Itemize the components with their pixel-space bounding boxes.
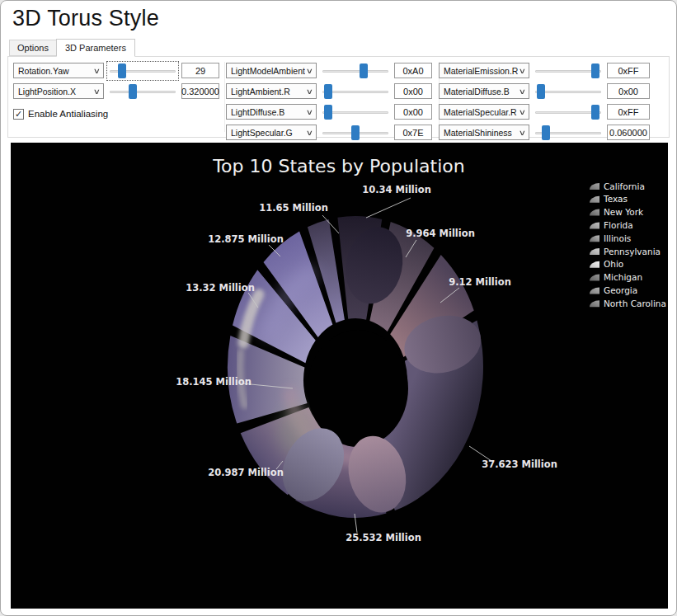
slider-track[interactable] [535, 91, 601, 93]
torus-chart-canvas[interactable]: Top 10 States by Population37.623 Millio… [11, 143, 668, 609]
param-select-materialdiffuse-b[interactable]: MaterialDiffuse.B ∨ [439, 83, 529, 99]
materialemission-r-slider[interactable] [534, 63, 603, 79]
chart-title: Top 10 States by Population [212, 156, 464, 176]
control-row: LightDiffuse.B ∨ 0x00 [226, 104, 432, 120]
control-column-1: Rotation.Yaw ∨ 29 LightPosition.X ∨ [13, 63, 219, 121]
control-row: LightModelAmbient.R ∨ 0xA0 [226, 63, 432, 78]
param-select-materialemission-r[interactable]: MaterialEmission.R ∨ [439, 63, 529, 78]
legend-item-georgia[interactable]: Georgia [590, 285, 637, 295]
materialshininess-slider[interactable] [534, 125, 603, 141]
legend-wedge-icon [590, 248, 599, 255]
param-select-label: MaterialSpecular.R [444, 107, 518, 117]
leader-line [366, 198, 411, 218]
lightspecular-g-value-field[interactable]: 0x7E [394, 125, 432, 140]
legend-item-north-carolina[interactable]: North Carolina [590, 299, 666, 308]
legend-wedge-icon [590, 196, 599, 203]
light-position-x-slider[interactable] [108, 83, 177, 100]
lightmodelambient-r-slider[interactable] [321, 63, 390, 79]
lightdiffuse-b-value-field[interactable]: 0x00 [394, 104, 432, 120]
slider-track[interactable] [322, 70, 388, 73]
enable-antialiasing-checkbox[interactable]: ✓ [13, 109, 24, 120]
slider-thumb[interactable] [591, 63, 599, 78]
materialspecular-r-slider[interactable] [534, 104, 603, 120]
enable-antialiasing-label: Enable Antialiasing [28, 109, 108, 119]
slider-thumb[interactable] [351, 125, 360, 140]
slider-thumb[interactable] [118, 63, 126, 78]
slider-thumb[interactable] [324, 105, 332, 120]
param-select-rotation-yaw[interactable]: Rotation.Yaw ∨ [13, 63, 104, 78]
slice-label: 10.34 Million [362, 184, 431, 195]
legend-wedge-icon [590, 275, 599, 281]
chevron-down-icon: ∨ [306, 108, 313, 116]
legend-item-illinois[interactable]: Illinois [590, 233, 631, 243]
param-select-label: LightPosition.X [18, 87, 92, 96]
lightambient-r-slider[interactable] [321, 83, 390, 100]
param-select-label: LightAmbient.R [231, 87, 305, 96]
legend-item-florida[interactable]: Florida [590, 220, 633, 230]
control-row: MaterialShininess ∨ 0.060000 [439, 125, 664, 140]
chevron-down-icon: ∨ [519, 108, 526, 116]
slider-thumb[interactable] [360, 63, 368, 78]
lightambient-r-value-field[interactable]: 0x00 [394, 83, 432, 99]
light-position-x-value-field[interactable]: 0.320000 [181, 83, 219, 99]
slider-thumb[interactable] [542, 125, 550, 140]
tab-3d-parameters[interactable]: 3D Parameters [56, 39, 135, 57]
legend-label: Texas [603, 194, 628, 204]
materialdiffuse-b-value-field[interactable]: 0x00 [607, 83, 650, 99]
param-select-lightspecular-g[interactable]: LightSpecular.G ∨ [226, 125, 317, 140]
chevron-down-icon: ∨ [306, 129, 313, 137]
slice-label: 12.875 Million [208, 233, 284, 245]
param-select-lightambient-r[interactable]: LightAmbient.R ∨ [226, 83, 317, 99]
param-select-label: LightDiffuse.B [231, 107, 305, 117]
legend-item-texas[interactable]: Texas [590, 194, 628, 204]
slice-label: 11.65 Million [259, 202, 328, 214]
legend-label: Georgia [604, 285, 637, 295]
slice-label: 9.964 Million [406, 228, 475, 239]
param-select-lightmodelambient-r[interactable]: LightModelAmbient.R ∨ [226, 63, 317, 78]
control-row: MaterialEmission.R ∨ 0xFF [439, 63, 664, 78]
legend-item-new-york[interactable]: New York [590, 207, 644, 217]
slider-thumb[interactable] [591, 105, 599, 120]
param-select-label: LightModelAmbient.R [231, 66, 305, 76]
rotation-yaw-slider[interactable] [108, 63, 177, 79]
chevron-down-icon: ∨ [519, 129, 526, 137]
slider-thumb[interactable] [129, 84, 137, 99]
materialshininess-value-field[interactable]: 0.060000 [607, 125, 650, 140]
legend-item-michigan[interactable]: Michigan [590, 272, 642, 282]
lightdiffuse-b-slider[interactable] [321, 104, 390, 120]
legend-wedge-icon [590, 183, 599, 190]
control-row: LightPosition.X ∨ 0.320000 [13, 83, 219, 99]
control-row: MaterialSpecular.R ∨ 0xFF [439, 104, 664, 120]
rotation-yaw-value-field[interactable]: 29 [181, 63, 219, 78]
materialspecular-r-value-field[interactable]: 0xFF [607, 104, 650, 120]
legend-wedge-icon [590, 222, 599, 228]
param-select-lightdiffuse-b[interactable]: LightDiffuse.B ∨ [226, 104, 317, 120]
legend-label: Michigan [604, 272, 642, 282]
legend-wedge-icon [590, 261, 599, 268]
slice-label: 9.12 Million [449, 276, 511, 288]
control-row: LightSpecular.G ∨ 0x7E [226, 125, 432, 140]
antialias-row: ✓ Enable Antialiasing [13, 106, 219, 121]
slider-thumb[interactable] [324, 84, 332, 99]
slider-track[interactable] [110, 91, 176, 93]
legend-label: North Carolina [604, 299, 666, 308]
slider-track[interactable] [322, 91, 388, 93]
slider-thumb[interactable] [537, 84, 545, 99]
materialemission-r-value-field[interactable]: 0xFF [607, 63, 650, 78]
control-row: MaterialDiffuse.B ∨ 0x00 [439, 83, 664, 99]
legend-item-california[interactable]: California [590, 181, 645, 191]
param-select-light-position-x[interactable]: LightPosition.X ∨ [13, 83, 104, 99]
param-select-materialspecular-r[interactable]: MaterialSpecular.R ∨ [439, 104, 529, 120]
tab-options[interactable]: Options [9, 40, 57, 56]
chevron-down-icon: ∨ [519, 67, 526, 75]
lightspecular-g-slider[interactable] [321, 125, 390, 141]
legend-item-ohio[interactable]: Ohio [590, 259, 623, 269]
materialdiffuse-b-slider[interactable] [534, 83, 603, 100]
legend-wedge-icon [590, 300, 599, 307]
chevron-down-icon: ∨ [93, 67, 101, 75]
param-select-materialshininess[interactable]: MaterialShininess ∨ [439, 125, 529, 140]
slider-track[interactable] [322, 111, 388, 114]
legend-label: Ohio [604, 259, 623, 269]
legend-item-pennsylvania[interactable]: Pennsylvania [590, 247, 661, 256]
lightmodelambient-r-value-field[interactable]: 0xA0 [394, 63, 432, 78]
